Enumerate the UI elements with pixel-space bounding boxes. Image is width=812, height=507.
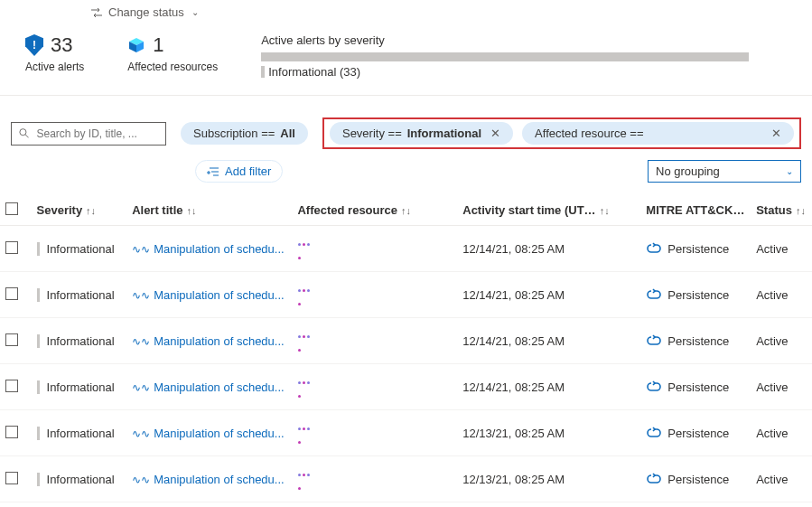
column-header-mitre[interactable]: MITRE ATT&CK… — [640, 195, 751, 226]
column-header-resource[interactable]: Affected resource↑↓ — [292, 195, 457, 226]
table-row[interactable]: Informational∿∿Manipulation of schedu...… — [0, 410, 812, 456]
severity-legend: Informational (33) — [261, 65, 794, 79]
search-input-wrapper[interactable] — [11, 122, 166, 146]
svg-line-4 — [25, 135, 29, 138]
alert-title-link[interactable]: Manipulation of schedu... — [154, 334, 285, 348]
change-status-action[interactable]: Change status ⌄ — [0, 0, 812, 24]
affected-resources-label: Affected resources — [127, 61, 218, 73]
close-icon[interactable]: ✕ — [771, 127, 781, 140]
sort-icon: ↑↓ — [401, 205, 411, 216]
filter-severity-label: Severity == — [342, 127, 402, 140]
activity-time: 12/13/21, 08:25 AM — [457, 502, 640, 508]
status-cell: Active — [751, 226, 812, 272]
severity-cell: Informational — [37, 288, 122, 302]
pulse-icon: ∿∿ — [132, 427, 150, 440]
row-checkbox[interactable] — [5, 472, 18, 484]
sort-icon: ↑↓ — [796, 205, 806, 216]
table-row[interactable]: Informational∿∿Manipulation of schedu...… — [0, 364, 812, 410]
severity-cell: Informational — [37, 473, 122, 486]
row-checkbox[interactable] — [5, 241, 18, 254]
affected-resources-count: 1 — [153, 33, 163, 57]
search-input[interactable] — [34, 127, 158, 141]
row-checkbox[interactable] — [5, 380, 18, 392]
status-cell: Active — [751, 364, 812, 410]
column-header-severity[interactable]: Severity↑↓ — [32, 195, 127, 226]
pulse-icon: ∿∿ — [132, 289, 150, 302]
column-header-title[interactable]: Alert title↑↓ — [126, 195, 292, 226]
column-header-status[interactable]: Status↑↓ — [751, 195, 812, 226]
mitre-label: Persistence — [667, 473, 729, 486]
row-checkbox[interactable] — [5, 287, 18, 300]
status-cell: Active — [751, 272, 812, 318]
alert-title-link[interactable]: Manipulation of schedu... — [154, 380, 285, 394]
close-icon[interactable]: ✕ — [490, 127, 500, 140]
status-cell: Active — [751, 456, 812, 502]
mitre-label: Persistence — [667, 380, 729, 394]
filter-pill-resource[interactable]: Affected resource == ✕ — [522, 122, 794, 145]
severity-cell: Informational — [37, 380, 122, 394]
shield-icon — [25, 34, 43, 56]
cube-icon — [127, 36, 145, 54]
persistence-icon — [646, 334, 662, 347]
severity-cell: Informational — [37, 427, 122, 440]
activity-time: 12/14/21, 08:25 AM — [457, 364, 640, 410]
pulse-icon: ∿∿ — [132, 243, 150, 256]
add-filter-label: Add filter — [225, 164, 271, 178]
severity-chart: Active alerts by severity Informational … — [261, 33, 812, 79]
mitre-cell: Persistence — [646, 473, 745, 486]
filter-add-icon — [207, 166, 219, 177]
table-row[interactable]: Informational∿∿Manipulation of schedu...… — [0, 272, 812, 318]
pulse-icon: ∿∿ — [132, 335, 150, 348]
severity-cell: Informational — [37, 242, 122, 256]
activity-time: 12/14/21, 08:25 AM — [457, 226, 640, 272]
table-row[interactable]: Informational∿∿Manipulation of schedu...… — [0, 318, 812, 364]
alerts-table: Severity↑↓ Alert title↑↓ Affected resour… — [0, 195, 812, 507]
filter-subscription-value: All — [280, 127, 295, 140]
filter-pill-subscription[interactable]: Subscription == All — [181, 122, 308, 145]
highlighted-filters: Severity == Informational ✕ Affected res… — [322, 117, 801, 149]
chevron-down-icon: ⌄ — [191, 7, 199, 17]
filter-pill-severity[interactable]: Severity == Informational ✕ — [330, 122, 513, 145]
table-row[interactable]: Informational∿∿Manipulation of schedu...… — [0, 502, 812, 508]
alert-title-link[interactable]: Manipulation of schedu... — [154, 473, 285, 486]
persistence-icon — [646, 473, 662, 485]
grouping-select[interactable]: No grouping ⌄ — [648, 160, 801, 183]
severity-title: Active alerts by severity — [261, 33, 794, 47]
mitre-cell: Persistence — [646, 242, 745, 256]
severity-cell: Informational — [37, 334, 122, 348]
filter-severity-value: Informational — [407, 127, 481, 140]
column-header-time[interactable]: Activity start time (UT…↑↓ — [457, 195, 640, 226]
activity-time: 12/13/21, 08:25 AM — [457, 456, 640, 502]
filter-subscription-label: Subscription == — [193, 127, 275, 140]
sort-icon: ↑↓ — [186, 205, 196, 216]
pulse-icon: ∿∿ — [132, 381, 150, 394]
mitre-cell: Persistence — [646, 334, 745, 348]
svg-point-3 — [20, 129, 26, 136]
resource-icon — [297, 419, 312, 430]
add-filter-button[interactable]: Add filter — [195, 160, 283, 183]
active-alerts-label: Active alerts — [25, 61, 84, 73]
filter-bar-row2: Add filter No grouping ⌄ — [0, 155, 812, 195]
resource-icon — [297, 235, 312, 246]
table-row[interactable]: Informational∿∿Manipulation of schedu...… — [0, 456, 812, 502]
mitre-cell: Persistence — [646, 288, 745, 302]
severity-bar — [261, 52, 749, 61]
resource-icon — [297, 373, 312, 384]
select-all-checkbox[interactable] — [5, 202, 18, 215]
search-icon — [19, 127, 29, 139]
resource-icon — [297, 281, 312, 292]
table-row[interactable]: Informational∿∿Manipulation of schedu...… — [0, 226, 812, 272]
alert-title-link[interactable]: Manipulation of schedu... — [154, 242, 285, 256]
alert-title-link[interactable]: Manipulation of schedu... — [154, 427, 285, 440]
activity-time: 12/14/21, 08:25 AM — [457, 272, 640, 318]
chevron-down-icon: ⌄ — [786, 166, 793, 176]
mitre-cell: Persistence — [646, 427, 745, 440]
activity-time: 12/14/21, 08:25 AM — [457, 318, 640, 364]
severity-legend-text: Informational (33) — [268, 65, 360, 79]
persistence-icon — [646, 288, 662, 301]
row-checkbox[interactable] — [5, 333, 18, 346]
grouping-value: No grouping — [656, 164, 720, 178]
mitre-label: Persistence — [667, 242, 729, 256]
alert-title-link[interactable]: Manipulation of schedu... — [154, 288, 285, 302]
row-checkbox[interactable] — [5, 426, 18, 438]
